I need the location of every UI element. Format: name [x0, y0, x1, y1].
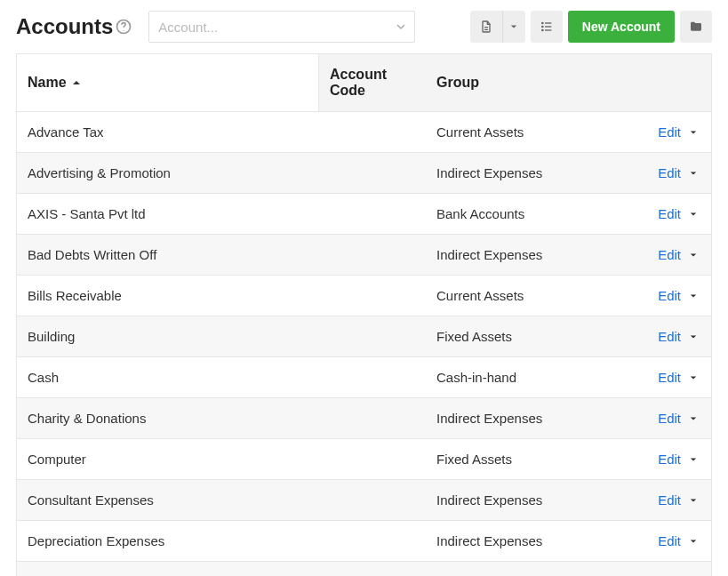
- edit-link[interactable]: Edit: [658, 247, 681, 262]
- column-header-actions: [631, 54, 711, 111]
- caret-down-icon: [690, 252, 697, 259]
- table-row[interactable]: Advertising & PromotionIndirect Expenses…: [17, 153, 711, 194]
- caret-down-icon: [690, 374, 697, 381]
- cell-actions: Edit: [631, 480, 711, 520]
- cell-code: [319, 447, 426, 472]
- cell-actions: Edit: [631, 521, 711, 561]
- row-actions-dropdown[interactable]: [690, 538, 697, 545]
- column-header-group[interactable]: Group: [426, 54, 631, 111]
- help-icon[interactable]: [115, 18, 132, 36]
- table-row[interactable]: Bills ReceivableCurrent AssetsEdit: [17, 276, 711, 316]
- row-actions-dropdown[interactable]: [690, 252, 697, 259]
- cell-code: [319, 161, 426, 186]
- cell-group: Indirect Expenses: [426, 398, 631, 438]
- table-row[interactable]: AXIS - Santa Pvt ltdBank AccountsEdit: [17, 194, 711, 235]
- caret-down-icon: [690, 129, 697, 136]
- caret-down-icon: [690, 211, 697, 218]
- search-placeholder: Account...: [158, 20, 218, 35]
- cell-code: [319, 324, 426, 349]
- edit-link[interactable]: Edit: [658, 452, 681, 467]
- row-actions-dropdown[interactable]: [690, 415, 697, 422]
- table-row[interactable]: Consultant ExpensesIndirect ExpensesEdit: [17, 480, 711, 521]
- cell-group: Indirect Expenses: [426, 153, 631, 193]
- table-row[interactable]: ComputerFixed AssetsEdit: [17, 439, 711, 480]
- edit-link[interactable]: Edit: [658, 329, 681, 344]
- edit-link[interactable]: Edit: [658, 370, 681, 385]
- row-actions-dropdown[interactable]: [690, 129, 697, 136]
- edit-link[interactable]: Edit: [658, 288, 681, 303]
- column-header-name[interactable]: Name: [17, 54, 319, 111]
- new-account-button[interactable]: New Account: [568, 11, 675, 43]
- cell-actions: Edit: [631, 235, 711, 275]
- column-header-code[interactable]: Account Code: [319, 54, 426, 111]
- table-row[interactable]: Charity & DonationsIndirect ExpensesEdit: [17, 398, 711, 439]
- cell-group: Current Assets: [426, 276, 631, 316]
- export-button[interactable]: [470, 11, 502, 43]
- cell-name: Charity & Donations: [17, 398, 319, 438]
- cell-code: [319, 284, 426, 308]
- cell-name: Bills Receivable: [17, 276, 319, 316]
- list-view-button[interactable]: [531, 11, 563, 43]
- edit-link[interactable]: Edit: [658, 124, 681, 140]
- row-actions-dropdown[interactable]: [690, 374, 697, 381]
- cell-group: Current Assets: [426, 562, 631, 576]
- cell-group: Indirect Expenses: [426, 480, 631, 520]
- table-row[interactable]: Employee AdvanceCurrent AssetsEdit: [17, 562, 711, 576]
- sort-asc-icon: [72, 78, 81, 87]
- cell-group: Bank Accounts: [426, 194, 631, 234]
- row-actions-dropdown[interactable]: [690, 211, 697, 218]
- row-actions-dropdown[interactable]: [690, 497, 697, 504]
- cell-name: Computer: [17, 439, 319, 479]
- edit-link[interactable]: Edit: [658, 165, 681, 180]
- table-row[interactable]: BuildingFixed AssetsEdit: [17, 316, 711, 357]
- list-icon: [540, 20, 554, 34]
- cell-code: [319, 243, 426, 268]
- cell-code: [319, 529, 426, 554]
- cell-group: Cash-in-hand: [426, 357, 631, 397]
- row-actions-dropdown[interactable]: [690, 170, 697, 177]
- edit-link[interactable]: Edit: [658, 492, 681, 508]
- edit-link[interactable]: Edit: [658, 533, 681, 548]
- edit-link[interactable]: Edit: [658, 411, 681, 426]
- accounts-table: Name Account Code Group Advance TaxCurre…: [16, 53, 712, 576]
- caret-down-icon: [690, 497, 697, 504]
- row-actions-dropdown[interactable]: [690, 292, 697, 300]
- svg-point-7: [542, 29, 543, 30]
- caret-down-icon: [690, 538, 697, 545]
- column-name-label: Name: [28, 75, 67, 91]
- cell-name: Building: [17, 316, 319, 356]
- cell-group: Indirect Expenses: [426, 235, 631, 275]
- table-row[interactable]: CashCash-in-handEdit: [17, 357, 711, 398]
- column-code-label: Account Code: [330, 67, 415, 99]
- table-row[interactable]: Advance TaxCurrent AssetsEdit: [17, 112, 711, 153]
- svg-point-6: [542, 26, 543, 27]
- table-body: Advance TaxCurrent AssetsEditAdvertising…: [17, 112, 711, 576]
- export-dropdown-button[interactable]: [502, 11, 525, 43]
- table-row[interactable]: Bad Debts Written OffIndirect ExpensesEd…: [17, 235, 711, 276]
- chevron-down-icon: [396, 22, 405, 31]
- toolbar: Accounts Account...: [0, 0, 728, 53]
- caret-down-icon: [690, 292, 697, 300]
- file-export-icon: [479, 20, 493, 34]
- svg-point-5: [542, 22, 543, 23]
- account-search[interactable]: Account...: [148, 11, 415, 43]
- cell-name: Cash: [17, 357, 319, 397]
- caret-down-icon: [690, 415, 697, 422]
- row-actions-dropdown[interactable]: [690, 333, 697, 340]
- folder-button[interactable]: [680, 11, 712, 43]
- edit-link[interactable]: Edit: [658, 206, 681, 221]
- folder-icon: [689, 20, 703, 34]
- svg-point-1: [124, 30, 124, 31]
- export-button-group: [470, 11, 525, 43]
- caret-down-icon: [690, 456, 697, 463]
- cell-actions: Edit: [631, 562, 711, 576]
- row-actions-dropdown[interactable]: [690, 456, 697, 463]
- cell-actions: Edit: [631, 194, 711, 234]
- table-row[interactable]: Depreciation ExpensesIndirect ExpensesEd…: [17, 521, 711, 562]
- page-title-text: Accounts: [16, 14, 113, 39]
- cell-name: AXIS - Santa Pvt ltd: [17, 194, 319, 234]
- cell-actions: Edit: [631, 357, 711, 397]
- cell-name: Employee Advance: [17, 562, 319, 576]
- cell-actions: Edit: [631, 439, 711, 479]
- toolbar-right: New Account: [470, 11, 712, 43]
